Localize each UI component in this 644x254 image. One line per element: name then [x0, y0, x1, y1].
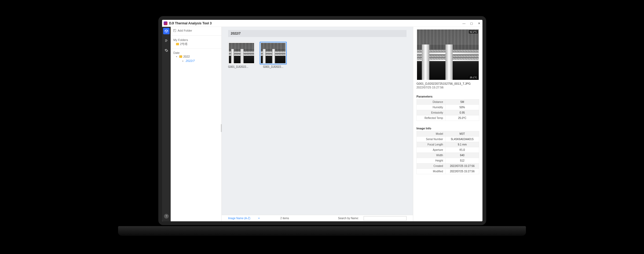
- rail-library-icon[interactable]: [163, 28, 170, 34]
- thumbnail-item[interactable]: G001_DJI2022...: [260, 42, 287, 68]
- breadcrumb: 2022/7: [228, 30, 407, 37]
- table-row: Height512: [417, 158, 479, 163]
- item-count: 2 items: [280, 217, 289, 220]
- titlebar: DJI Thermal Analysis Tool 3 — ▢ ✕: [162, 20, 482, 27]
- help-icon[interactable]: ?: [164, 214, 169, 219]
- folder-icon: [176, 43, 179, 45]
- tree-year-label: 2022: [183, 55, 190, 58]
- laptop-base: [118, 226, 526, 236]
- thumbnail-grid: G001_DJI2022... G001_DJI2022...: [228, 42, 407, 68]
- temp-max-badge: 52.2°C: [469, 30, 478, 33]
- close-button[interactable]: ✕: [477, 21, 481, 25]
- parameters-table: Distance5M Humidity50% Emissivity0.95 Re…: [416, 99, 479, 121]
- tree-month-label: 2022/7: [186, 59, 195, 62]
- table-row: Focal Length9.1 mm: [417, 142, 479, 147]
- app-logo-icon: [164, 21, 167, 25]
- table-row: Created2022/07/25 15:27:56: [417, 163, 479, 169]
- laptop-frame: DJI Thermal Analysis Tool 3 — ▢ ✕ ?: [158, 16, 486, 225]
- left-icon-rail: ?: [162, 27, 171, 221]
- table-row: Emissivity0.95: [417, 110, 479, 115]
- thumbnail-label: G001_DJI2022...: [260, 65, 287, 68]
- detail-filename: G001_DJI20220725152756_0013_T.JPG: [416, 82, 479, 85]
- date-label: Date: [173, 51, 219, 54]
- tree-year-node[interactable]: ▾ 2022: [173, 54, 219, 59]
- imageinfo-title: Image Info: [416, 127, 479, 130]
- add-folder-label: Add Folder: [178, 29, 192, 32]
- caret-right-icon: ▸: [182, 60, 185, 62]
- preview-image: 52.2°C 25.1°C: [417, 29, 479, 80]
- imageinfo-table: ModelM3T Serial Number5L4SK6A02AA01S Foc…: [416, 131, 479, 174]
- divider: [171, 48, 221, 48]
- sort-label: Image Name (A-Z): [228, 217, 250, 220]
- folder-node[interactable]: 2号塔: [173, 42, 219, 47]
- chevron-down-icon: ▾: [258, 217, 259, 219]
- panel-resize-handle[interactable]: [221, 124, 222, 132]
- caret-down-icon: ▾: [176, 55, 178, 58]
- table-row: Aperturef/1.0: [417, 147, 479, 153]
- app-window: DJI Thermal Analysis Tool 3 — ▢ ✕ ?: [162, 20, 482, 221]
- folder-tree-panel: Add Folder My Folders 2号塔 Date ▾ 2022 ▸: [171, 27, 222, 221]
- table-row: Reflected Temp25.0°C: [417, 115, 479, 121]
- table-row: Serial Number5L4SK6A02AA01S: [417, 137, 479, 142]
- minimize-button[interactable]: —: [462, 21, 466, 25]
- detail-panel: 52.2°C 25.1°C G001_DJI20220725152756_001…: [413, 27, 482, 221]
- gallery-panel: 2022/7 G001_DJI2022... G001_DJI2022...: [222, 27, 413, 221]
- sort-dropdown[interactable]: Image Name (A-Z) ▾: [228, 217, 259, 220]
- table-row: Width640: [417, 153, 479, 158]
- search-label: Search by Name:: [338, 217, 359, 220]
- thumbnail-item[interactable]: G001_DJI2022...: [228, 42, 255, 68]
- table-row: Modified2022/07/25 15:27:56: [417, 169, 479, 174]
- rail-batch-icon[interactable]: [163, 38, 170, 44]
- gallery-footer: Image Name (A-Z) ▾ 2 items Search by Nam…: [222, 215, 413, 221]
- rail-settings-icon[interactable]: [163, 47, 170, 54]
- divider: [171, 35, 221, 36]
- folder-open-icon: [179, 55, 182, 58]
- thumbnail-label: G001_DJI2022...: [228, 65, 255, 68]
- parameters-title: Parameters: [416, 95, 479, 98]
- table-row: ModelM3T: [417, 131, 479, 137]
- maximize-button[interactable]: ▢: [470, 21, 473, 25]
- temp-min-badge: 25.1°C: [469, 76, 478, 79]
- my-folders-label: My Folders: [173, 38, 219, 42]
- detail-datetime: 2022/07/25 15:27:56: [416, 86, 479, 89]
- app-title: DJI Thermal Analysis Tool 3: [169, 21, 212, 25]
- table-row: Humidity50%: [417, 105, 479, 110]
- plus-icon: [173, 29, 176, 32]
- add-folder-button[interactable]: Add Folder: [173, 28, 219, 34]
- tree-month-node[interactable]: ▸ 2022/7: [173, 59, 219, 63]
- table-row: Distance5M: [417, 99, 479, 105]
- search-input[interactable]: [364, 216, 407, 221]
- window-controls: — ▢ ✕: [462, 21, 481, 25]
- folder-name: 2号塔: [180, 42, 188, 46]
